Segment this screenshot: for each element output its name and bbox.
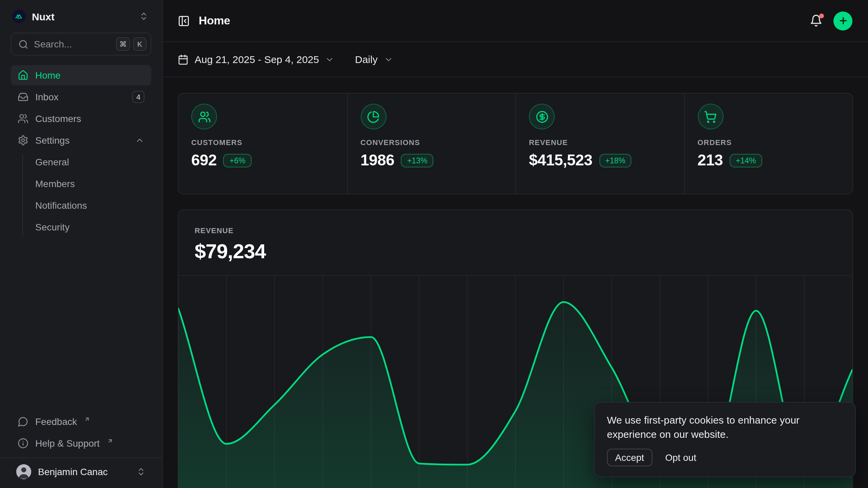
sidebar-item-label: Inbox [35,92,59,102]
notification-dot [819,14,824,18]
sidebar: Nuxt Search... ⌘ K [0,0,163,488]
filters-toolbar: Aug 21, 2025 - Sep 4, 2025 Daily [163,42,868,77]
settings-subnav: General Members Notifications Security [11,152,151,239]
workspace-name: Nuxt [32,11,55,22]
sidebar-item-label: Settings [35,135,70,146]
cookie-consent-toast: We use first-party cookies to enhance yo… [594,402,856,477]
stat-value: 213 [697,151,723,169]
stat-value: 692 [191,151,217,169]
home-icon [18,70,28,81]
revenue-chart-header: REVENUE $79,234 [178,210,852,263]
opt-out-button[interactable]: Opt out [665,452,696,463]
help-support-link[interactable]: Help & Support [11,433,151,453]
stat-conversions[interactable]: CONVERSIONS 1986 +13% [347,94,515,194]
stat-label: REVENUE [529,138,671,146]
stat-value: $415,523 [529,151,592,169]
stat-delta-badge: +13% [401,154,433,167]
page-header: Home [163,0,868,42]
users-icon [18,113,28,124]
stat-delta-badge: +14% [730,154,762,167]
sidebar-item-security[interactable]: Security [11,217,151,237]
stat-label: ORDERS [697,138,840,146]
chevrons-up-down-icon [136,467,146,476]
stat-customers[interactable]: CUSTOMERS 692 +6% [178,94,347,194]
calendar-icon [178,54,189,65]
accept-button[interactable]: Accept [607,449,652,466]
user-name: Benjamin Canac [38,466,107,477]
message-circle-icon [18,416,28,427]
search-input[interactable]: Search... ⌘ K [11,33,151,56]
collapse-sidebar-icon[interactable] [178,15,190,27]
revenue-chart-label: REVENUE [195,226,836,235]
stats-row: CUSTOMERS 692 +6% CONVERSIONS 1986 [178,93,853,195]
workspace-switcher[interactable]: Nuxt [11,8,151,24]
sidebar-item-label: Home [35,70,61,81]
stat-label: CUSTOMERS [191,138,334,146]
header-actions [810,11,852,30]
sidebar-item-members[interactable]: Members [11,174,151,194]
stat-delta-badge: +6% [223,154,252,167]
stat-revenue[interactable]: REVENUE $415,523 +18% [515,94,684,194]
chevron-down-icon [384,55,393,64]
feedback-link[interactable]: Feedback [11,411,151,432]
search-placeholder: Search... [34,39,111,49]
user-menu[interactable]: Benjamin Canac [11,458,151,484]
granularity-value: Daily [355,54,378,65]
stat-value: 1986 [360,151,394,169]
search-icon [18,39,28,49]
footer-link-label: Help & Support [35,438,100,449]
sidebar-item-home[interactable]: Home [11,65,151,85]
chevron-down-icon [325,55,335,64]
stat-orders[interactable]: ORDERS 213 +14% [684,94,852,194]
info-icon [18,438,28,449]
chevrons-up-down-icon [139,12,149,21]
dollar-circle-icon [529,104,555,129]
external-link-icon [107,438,113,444]
add-button[interactable] [833,11,852,30]
sidebar-nav: Home Inbox 4 Customers [11,65,151,240]
sidebar-item-inbox[interactable]: Inbox 4 [11,87,151,107]
cookie-actions: Accept Opt out [607,449,843,466]
avatar [16,464,31,479]
inbox-icon [18,92,28,102]
cart-icon [697,104,723,129]
search-shortcut: ⌘ K [116,37,146,51]
stat-label: CONVERSIONS [360,138,502,146]
date-range-value: Aug 21, 2025 - Sep 4, 2025 [195,54,319,65]
page-title: Home [199,14,230,27]
notifications-button[interactable] [810,14,823,27]
revenue-chart-value: $79,234 [195,240,836,263]
sidebar-item-settings[interactable]: Settings [11,130,151,150]
cmd-kbd: ⌘ [116,37,130,51]
chevron-up-icon[interactable] [135,136,144,145]
gear-icon [18,135,28,146]
stat-delta-badge: +18% [599,154,631,167]
sidebar-item-general[interactable]: General [11,152,151,172]
footer-link-label: Feedback [35,416,77,427]
sidebar-item-label: Customers [35,113,81,124]
users-icon [191,104,217,129]
nuxt-logo-icon [12,9,26,23]
subnav-guide-line [22,154,23,237]
granularity-select[interactable]: Daily [355,54,393,65]
sidebar-footer: Feedback Help & Support [11,411,151,484]
sidebar-item-notifications[interactable]: Notifications [11,195,151,216]
cookie-message: We use first-party cookies to enhance yo… [607,412,841,442]
page: Nuxt Search... ⌘ K [0,0,868,488]
inbox-count-badge: 4 [132,91,144,103]
pie-chart-icon [360,104,386,129]
date-range-picker[interactable]: Aug 21, 2025 - Sep 4, 2025 [178,54,335,65]
external-link-icon [84,416,91,422]
k-kbd: K [133,37,146,51]
sidebar-item-customers[interactable]: Customers [11,108,151,129]
